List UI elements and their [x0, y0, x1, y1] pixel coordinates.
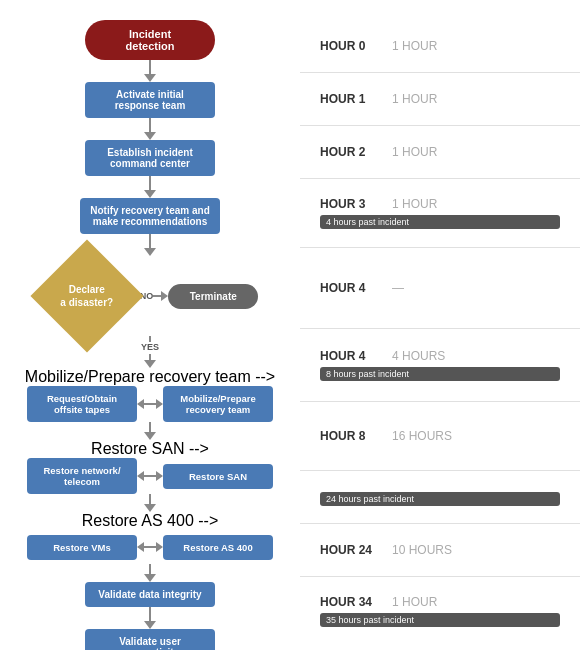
hour-label-9: HOUR 34	[320, 595, 380, 609]
connector-v	[149, 336, 151, 342]
validate-data-node: Validate data integrity	[85, 582, 215, 607]
arrow-down	[144, 74, 156, 82]
arrow-left	[137, 399, 144, 409]
connector-v	[149, 118, 151, 132]
establish-icc-node: Establish incident command center	[85, 140, 215, 176]
badge-7: 24 hours past incident	[320, 492, 560, 506]
flow-section: Incident detection Activate initial resp…	[0, 10, 300, 650]
hour-label-6: HOUR 8	[320, 429, 380, 443]
connector-v	[149, 60, 151, 74]
hour-label-1: HOUR 1	[320, 92, 380, 106]
restore-san-node: Restore SAN	[163, 464, 273, 489]
hour-label-3: HOUR 3	[320, 197, 380, 211]
connector-h	[144, 403, 156, 405]
incident-detection-node: Incident detection	[85, 20, 215, 60]
arrow-right	[156, 542, 163, 552]
timeline-row-8: HOUR 24 10 HOURS	[300, 524, 580, 576]
restore-san-item: Restore SAN	[163, 464, 273, 489]
duration-2: 1 HOUR	[392, 145, 437, 159]
yes-label: YES	[141, 342, 159, 352]
mobilize-team-item: Mobilize/Prepare recovery team	[163, 386, 273, 422]
parallel-row-2: Restore network/ telecom Restore SAN	[0, 458, 300, 494]
hour-label-8: HOUR 24	[320, 543, 380, 557]
connector-v	[149, 176, 151, 190]
connector-v	[149, 422, 151, 432]
timeline-row-9: HOUR 34 1 HOUR 35 hours past incident	[300, 577, 580, 645]
restore-vms-node: Restore VMs	[27, 535, 137, 560]
duration-5: 4 HOURS	[392, 349, 445, 363]
arrow-down	[144, 132, 156, 140]
flow-wrapper: Incident detection Activate initial resp…	[0, 20, 300, 650]
restore-as400-node: Restore AS 400	[163, 535, 273, 560]
connector-h	[144, 546, 156, 548]
validate-user-node: Validate user connectivity	[85, 629, 215, 650]
mobilize-team-node: Mobilize/Prepare recovery team	[163, 386, 273, 422]
connector-v	[149, 494, 151, 504]
connector-v	[149, 607, 151, 621]
parallel-row-3: Restore VMs Restore AS 400	[0, 530, 300, 564]
timeline-row-4: HOUR 4 —	[300, 248, 580, 328]
connector-v	[149, 564, 151, 574]
hour-label-2: HOUR 2	[320, 145, 380, 159]
duration-3: 1 HOUR	[392, 197, 437, 211]
duration-4: —	[392, 281, 404, 295]
restore-vms-item: Restore VMs	[27, 535, 137, 560]
terminate-node: Terminate	[168, 284, 258, 309]
hour-label-5: HOUR 4	[320, 349, 380, 363]
timeline-row-0: HOUR 0 1 HOUR	[300, 20, 580, 72]
restore-network-node: Restore network/ telecom	[27, 458, 137, 494]
duration-9: 1 HOUR	[392, 595, 437, 609]
arrow-left	[137, 542, 144, 552]
page: Incident detection Activate initial resp…	[0, 0, 580, 650]
timeline-row-6: HOUR 8 16 HOURS	[300, 402, 580, 470]
timeline-row-3: HOUR 3 1 HOUR 4 hours past incident	[300, 179, 580, 247]
hour-label-4: HOUR 4	[320, 281, 380, 295]
request-tapes-item: Request/Obtain offsite tapes	[27, 386, 137, 422]
arrow-right	[156, 471, 163, 481]
timeline-row-1: HOUR 1 1 HOUR	[300, 73, 580, 125]
notify-recovery-node: Notify recovery team and make recommenda…	[80, 198, 220, 234]
arrow-down	[144, 248, 156, 256]
restore-as400-item: Restore AS 400	[163, 535, 273, 560]
diamond-label: Declarea disaster?	[60, 283, 113, 309]
arrow-down	[144, 432, 156, 440]
arrow-down	[144, 360, 156, 368]
activate-team-node: Activate initial response team	[85, 82, 215, 118]
arrow-down	[144, 574, 156, 582]
timeline-row-2: HOUR 2 1 HOUR	[300, 126, 580, 178]
connector-h-no2	[153, 295, 161, 297]
restore-network-item: Restore network/ telecom	[27, 458, 137, 494]
hour-label-0: HOUR 0	[320, 39, 380, 53]
badge-3: 4 hours past incident	[320, 215, 560, 229]
diagram-container: Incident detection Activate initial resp…	[0, 10, 580, 650]
timeline-section: HOUR 0 1 HOUR HOUR 1 1 HOUR HOUR 2 1 HOU…	[300, 10, 580, 650]
arrow-right	[161, 291, 168, 301]
duration-8: 10 HOURS	[392, 543, 452, 557]
badge-5: 8 hours past incident	[320, 367, 560, 381]
timeline-row-7: 24 hours past incident	[300, 471, 580, 523]
duration-0: 1 HOUR	[392, 39, 437, 53]
timeline-row-5: HOUR 4 4 HOURS 8 hours past incident	[300, 329, 580, 401]
arrow-down	[144, 190, 156, 198]
parallel-row-1: Request/Obtain offsite tapes Mobilize/Pr…	[0, 386, 300, 422]
duration-6: 16 HOURS	[392, 429, 452, 443]
arrow-left	[137, 471, 144, 481]
declare-disaster-node: Declarea disaster?	[42, 256, 132, 336]
arrow-right	[156, 399, 163, 409]
arrow-down	[144, 504, 156, 512]
connector-h	[144, 475, 156, 477]
duration-1: 1 HOUR	[392, 92, 437, 106]
connector-v	[149, 234, 151, 248]
badge-9: 35 hours past incident	[320, 613, 560, 627]
request-tapes-node: Request/Obtain offsite tapes	[27, 386, 137, 422]
arrow-down	[144, 621, 156, 629]
